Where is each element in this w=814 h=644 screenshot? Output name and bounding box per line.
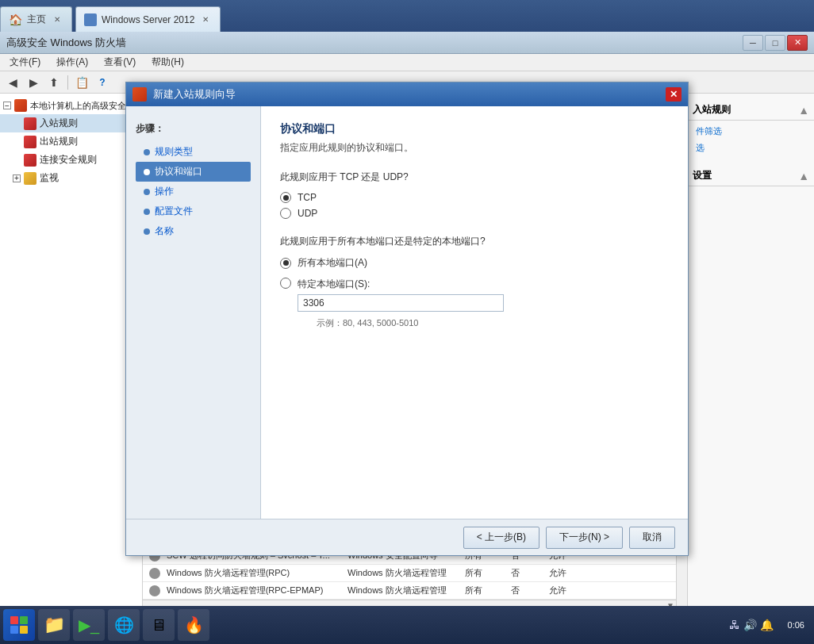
taskbar-app-firewall[interactable]: 🔥 [178,609,209,641]
terminal-icon: ▶_ [79,615,99,634]
notification-icon[interactable]: 🔔 [760,619,774,631]
radio-specific-port-label: 特定本地端口(S): [298,278,504,291]
radio-udp-label: UDP [298,208,317,219]
dialog-nav-item-name[interactable]: 名称 [136,221,251,241]
nav-bullet-1 [144,149,150,155]
start-icon-cell-3 [10,626,18,634]
dialog-nav-item-action[interactable]: 操作 [136,182,251,201]
dialog-overlay: 新建入站规则向导 ✕ 步骤： 规则类型 协议和 [0,32,814,606]
port-input-field[interactable] [298,294,504,312]
dialog-body: 步骤： 规则类型 协议和端口 操作 [126,106,688,519]
protocol-radio-group: TCP UDP [280,192,669,219]
dialog-title-left: 新建入站规则向导 [132,87,236,102]
radio-specific-port-circle[interactable] [280,278,291,289]
firewall-taskbar-icon: 🔥 [184,615,204,634]
taskbar-app-ie[interactable]: 🌐 [108,609,140,641]
explorer-icon: 📁 [44,615,65,635]
dialog-nav-label-1: 规则类型 [155,145,193,159]
dialog-nav: 步骤： 规则类型 协议和端口 操作 [126,106,261,519]
dialog-nav-label-3: 操作 [155,185,174,198]
dialog-icon [132,87,147,102]
start-icon-cell-1 [10,616,18,624]
nav-bullet-5 [144,228,150,235]
server-tab-icon [84,13,97,26]
radio-udp-circle[interactable] [280,208,291,219]
tab-home[interactable]: 🏠 主页 ✕ [0,6,72,32]
dialog-section-desc: 指定应用此规则的协议和端口。 [280,141,669,155]
nav-bullet-4 [144,209,150,215]
volume-icon[interactable]: 🔊 [743,619,757,631]
dialog-nav-label-5: 名称 [155,224,174,238]
port-example-text: 示例：80, 443, 5000-5010 [317,317,504,329]
dialog-footer: < 上一步(B) 下一步(N) > 取消 [126,519,688,555]
tab-home-label: 主页 [27,13,46,26]
start-button[interactable] [3,609,35,641]
dialog-content: 协议和端口 指定应用此规则的协议和端口。 此规则应用于 TCP 还是 UDP? … [261,106,688,519]
dialog-titlebar: 新建入站规则向导 ✕ [126,82,688,106]
bottom-taskbar: 📁 ▶_ 🌐 🖥 🔥 🖧 🔊 🔔 0:06 [0,606,814,644]
cancel-button[interactable]: 取消 [629,527,675,549]
dialog-section-title: 协议和端口 [280,122,669,136]
taskbar-app-servermanager[interactable]: 🖥 [143,609,175,641]
tab-server-label: Windows Server 2012 [102,14,194,25]
dialog-nav-item-profile[interactable]: 配置文件 [136,201,251,221]
taskbar-clock[interactable]: 0:06 [781,620,811,630]
protocol-question: 此规则应用于 TCP 还是 UDP? [280,171,669,184]
dialog-title-text: 新建入站规则向导 [153,87,236,102]
dialog-close-button[interactable]: ✕ [666,87,682,102]
next-button[interactable]: 下一步(N) > [546,527,623,549]
port-question: 此规则应用于所有本地端口还是特定的本地端口? [280,235,669,248]
next-btn-label: 下一步(N) > [559,531,609,544]
taskbar-sys-icons: 🖧 🔊 🔔 [724,619,778,631]
dialog-nav-label-4: 配置文件 [155,205,193,218]
dialog-nav-item-protocol[interactable]: 协议和端口 [136,162,251,182]
start-icon-cell-2 [20,616,28,624]
port-radio-group: 所有本地端口(A) 特定本地端口(S): 示例：80, 443, 5000-50… [280,256,669,329]
nav-bullet-2 [144,169,150,175]
start-icon-cell-4 [20,626,28,634]
radio-tcp-label: TCP [298,192,317,203]
tab-home-close[interactable]: ✕ [51,13,63,26]
start-icon [10,616,28,634]
network-icon[interactable]: 🖧 [729,619,740,631]
protocol-tcp-radio[interactable]: TCP [280,192,669,203]
radio-all-ports-label: 所有本地端口(A) [298,256,367,270]
dialog-nav-label-2: 协议和端口 [155,165,202,178]
clock-time: 0:06 [788,620,804,630]
port-specific-radio[interactable]: 特定本地端口(S): 示例：80, 443, 5000-5010 [280,274,669,329]
taskbar-app-terminal[interactable]: ▶_ [73,609,105,641]
dialog-nav-item-rule-type[interactable]: 规则类型 [136,142,251,162]
radio-all-ports-circle[interactable] [280,258,291,269]
protocol-udp-radio[interactable]: UDP [280,208,669,219]
top-tab-bar: 🏠 主页 ✕ Windows Server 2012 ✕ [0,0,814,32]
dialog-nav-section: 步骤： 规则类型 协议和端口 操作 [126,119,260,247]
dialog-steps-label: 步骤： [136,122,251,136]
radio-tcp-circle[interactable] [280,192,291,203]
back-button[interactable]: < 上一步(B) [463,527,539,549]
cancel-btn-label: 取消 [643,531,662,544]
back-btn-label: < 上一步(B) [477,531,526,544]
main-window: 高级安全 Windows 防火墙 ─ □ ✕ 文件(F) 操作(A) 查看(V)… [0,32,814,606]
servermanager-icon: 🖥 [151,616,167,634]
specific-port-container: 特定本地端口(S): 示例：80, 443, 5000-5010 [298,274,504,329]
tab-server[interactable]: Windows Server 2012 ✕ [75,6,221,32]
taskbar-app-explorer[interactable]: 📁 [38,609,70,641]
port-all-radio[interactable]: 所有本地端口(A) [280,256,669,270]
dialog-new-inbound-rule: 新建入站规则向导 ✕ 步骤： 规则类型 协议和 [125,82,689,556]
ie-icon: 🌐 [114,615,134,634]
nav-bullet-3 [144,189,150,195]
home-icon: 🏠 [9,13,22,26]
tab-server-close[interactable]: ✕ [199,13,212,26]
